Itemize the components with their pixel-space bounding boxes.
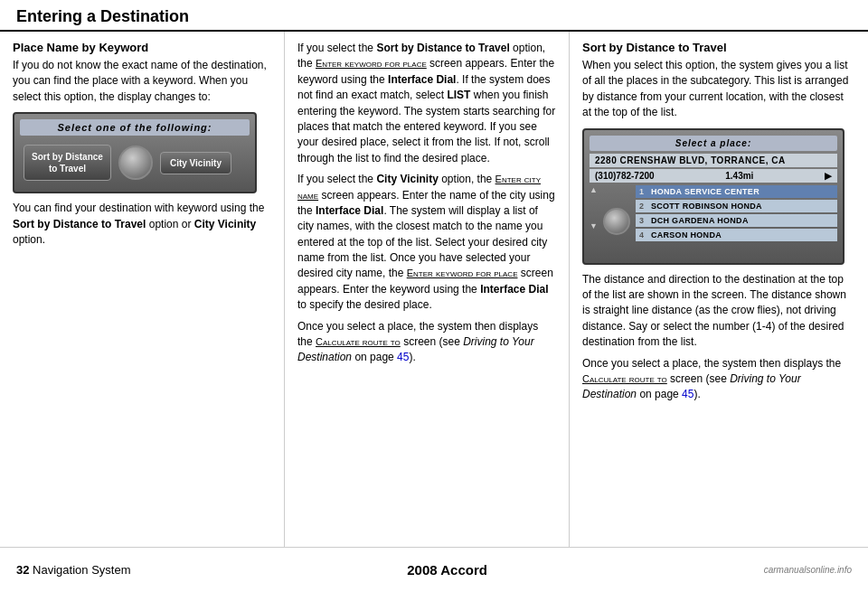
item-num-1: 1: [639, 187, 648, 196]
nav-phone: (310)782-7200: [595, 171, 655, 181]
right-p3-link[interactable]: 45: [682, 388, 693, 400]
city-vicinity-button[interactable]: City Vicinity: [160, 152, 231, 174]
page-title: Entering a Destination: [16, 7, 852, 26]
mid-p3-underline: Calculate route to: [316, 336, 401, 347]
page-header: Entering a Destination: [0, 0, 868, 32]
left-body2: You can find your destination with keywo…: [13, 201, 271, 248]
list-item[interactable]: 3 DCH GARDENA HONDA: [636, 214, 837, 227]
mid-p1-bold3: LIST: [447, 89, 470, 101]
middle-column: If you select the Sort by Distance to Tr…: [285, 32, 570, 551]
mid-p1-start: If you select the: [297, 42, 376, 54]
right-section-title: Sort by Distance to Travel: [582, 41, 855, 54]
left-body2-bold2: City Vicinity: [194, 218, 256, 230]
mid-p2-bold2: Interface Dial: [316, 204, 383, 217]
middle-para1: If you select the Sort by Distance to Tr…: [297, 41, 556, 166]
mid-p3-cont2: on page: [352, 351, 397, 363]
nav-list-items: 1 HONDA SERVICE CENTER 2 SCOTT ROBINSON …: [636, 185, 837, 258]
nav-screen-right-header: Select a place:: [590, 136, 837, 151]
footer-watermark: carmanualsonline.info: [764, 565, 852, 575]
right-para3: Once you select a place, the system then…: [582, 356, 855, 403]
nav-screen-header-left: Select one of the following:: [20, 119, 250, 136]
nav-dial-right-container: [601, 185, 632, 258]
list-item[interactable]: 2 SCOTT ROBINSON HONDA: [636, 200, 837, 212]
scroll-up-arrow[interactable]: ▲: [590, 185, 598, 194]
list-item[interactable]: 1 HONDA SERVICE CENTER: [636, 185, 837, 198]
left-column: Place Name by Keyword If you do not know…: [0, 32, 285, 551]
right-body2: The distance and direction to the destin…: [582, 272, 855, 351]
right-column: Sort by Distance to Travel When you sele…: [570, 32, 868, 551]
item-label-3: DCH GARDENA HONDA: [651, 216, 749, 225]
mid-p1-underline: Enter keyword for place: [316, 58, 427, 69]
scroll-down-arrow[interactable]: ▼: [590, 221, 598, 230]
left-body2-bold1: Sort by Distance to Travel: [13, 218, 146, 230]
left-body2-text1: You can find your destination with keywo…: [13, 202, 264, 214]
sort-by-distance-button[interactable]: Sort by Distanceto Travel: [24, 145, 111, 181]
nav-dial-right[interactable]: [603, 208, 630, 235]
item-num-3: 3: [639, 216, 648, 225]
right-p3-underline: Calculate route to: [582, 373, 667, 384]
middle-para2: If you select the City Vicinity option, …: [297, 172, 556, 314]
mid-p1-bold: Sort by Distance to Travel: [376, 42, 509, 54]
right-p3-end: ).: [693, 388, 700, 400]
distance-icon: ▶: [825, 171, 832, 181]
right-p3-start: Once you select a place, the system then…: [582, 357, 841, 370]
nav-screen-body-left: Sort by Distanceto Travel City Vicinity: [20, 139, 250, 186]
nav-screen-right: Select a place: 2280 CRENSHAW BLVD, TORR…: [582, 128, 844, 265]
nav-distance: 1.43mi: [725, 171, 753, 181]
footer-left: 32 Navigation System: [16, 563, 130, 577]
page-footer: 32 Navigation System 2008 Accord carmanu…: [0, 547, 868, 592]
nav-scroll-arrows: ▲ ▼: [590, 185, 598, 258]
item-num-2: 2: [639, 202, 648, 211]
mid-p2-underline2: Enter keyword for place: [407, 268, 518, 278]
mid-p3-end: ).: [409, 351, 415, 363]
footer-model: 2008 Accord: [407, 562, 487, 578]
mid-p1-bold2: Interface Dial: [388, 73, 456, 86]
item-label-2: SCOTT ROBINSON HONDA: [651, 202, 762, 211]
mid-p2-cont5: to specify the desired place.: [297, 298, 432, 311]
mid-p2-bold: City Vicinity: [376, 173, 438, 185]
footer-nav-system: Navigation System: [33, 563, 130, 577]
nav-address-bar: 2280 CRENSHAW BLVD, TORRANCE, CA: [590, 154, 837, 167]
nav-phone-bar: (310)782-7200 1.43mi ▶: [590, 169, 837, 183]
mid-p2-start: If you select the: [297, 173, 376, 185]
footer-page-number: 32: [16, 563, 29, 577]
left-body1: If you do not know the exact name of the…: [13, 58, 271, 105]
content-area: Place Name by Keyword If you do not know…: [0, 32, 868, 551]
right-p3-cont: screen (see: [667, 372, 730, 385]
item-label-4: CARSON HONDA: [651, 230, 722, 240]
mid-p3-cont: screen (see: [401, 335, 463, 348]
left-body2-mid: option or: [146, 218, 193, 230]
left-section-title: Place Name by Keyword: [13, 41, 271, 54]
nav-list-area: ▲ ▼ 1 HONDA SERVICE CENTER 2 SCOTT ROBIN…: [590, 185, 837, 258]
right-p3-cont2: on page: [637, 388, 682, 400]
right-body1: When you select this option, the system …: [582, 58, 855, 121]
item-num-4: 4: [639, 230, 648, 240]
middle-para3: Once you select a place, the system then…: [297, 319, 556, 366]
nav-screen-left: Select one of the following: Sort by Dis…: [13, 112, 257, 193]
item-label-1: HONDA SERVICE CENTER: [651, 187, 760, 196]
mid-p3-link[interactable]: 45: [397, 351, 409, 363]
mid-p2-bold3: Interface Dial: [480, 283, 548, 296]
left-body2-end: option.: [13, 233, 45, 246]
nav-dial-left[interactable]: [118, 146, 153, 180]
list-item[interactable]: 4 CARSON HONDA: [636, 229, 837, 241]
mid-p2-cont: option, the: [439, 173, 495, 185]
